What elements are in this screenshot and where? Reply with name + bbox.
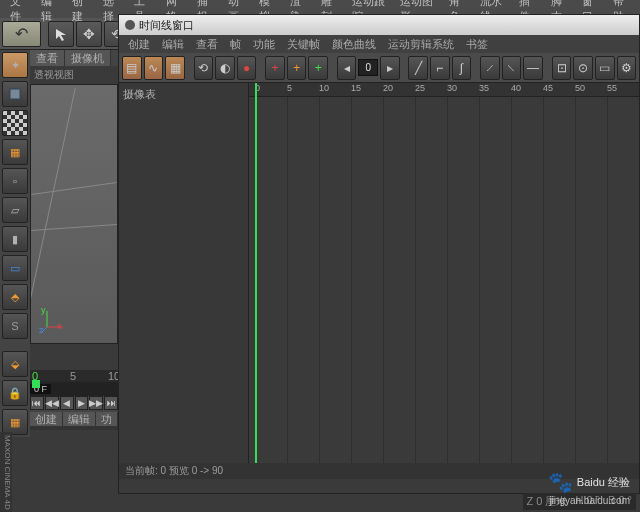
curve-linear-button[interactable]: ╱ (408, 56, 428, 80)
timeline-track-area[interactable]: 0 5 10 15 20 25 30 35 40 45 50 55 (249, 83, 639, 463)
motion-mode-button[interactable]: ▦ (165, 56, 185, 80)
playback-controls: ⏮ ◀◀ ◀ ▶ ▶▶ ⏭ (30, 396, 118, 412)
curve-spline-button[interactable]: ∫ (452, 56, 472, 80)
timeline-grid (249, 97, 639, 463)
viewport-tabs[interactable]: 查看 摄像机 (30, 50, 118, 66)
workplane-button[interactable]: ▦ (2, 139, 28, 165)
track-label: 摄像表 (123, 87, 244, 102)
filter-button[interactable]: ⚙ (617, 56, 637, 80)
record-button[interactable]: ● (237, 56, 257, 80)
dopesheet-mode-button[interactable]: ▤ (122, 56, 142, 80)
svg-line-3 (41, 327, 47, 333)
next-key-button[interactable]: ▶▶ (89, 396, 103, 410)
tl-menu-fcurve[interactable]: 颜色曲线 (327, 37, 381, 52)
zoom-sel-button[interactable]: ⊙ (573, 56, 593, 80)
tl-menu-key[interactable]: 关键帧 (282, 37, 325, 52)
window-icon (125, 20, 135, 30)
play-forward-button[interactable]: ▶ (75, 396, 89, 410)
tab-edit[interactable]: 编辑 (63, 412, 96, 426)
paw-icon: 🐾 (548, 470, 573, 494)
link-view-button[interactable]: ⟲ (194, 56, 214, 80)
timeline-playhead[interactable] (255, 83, 257, 463)
tl-menu-bookmark[interactable]: 书签 (461, 37, 493, 52)
key-pos-button[interactable]: + (265, 56, 285, 80)
frame-number[interactable]: 0 (358, 59, 378, 76)
move-tool-button[interactable]: ✥ (76, 21, 102, 47)
edge-mode-button[interactable]: ▱ (2, 197, 28, 223)
key-rot-button[interactable]: + (308, 56, 328, 80)
tl-menu-func[interactable]: 功能 (248, 37, 280, 52)
magnet-button[interactable]: ⬙ (2, 351, 28, 377)
bottom-timeline: 0 5 10 0 F ⏮ ◀◀ ◀ ▶ ▶▶ ⏭ 创建 编辑 功 (30, 370, 118, 430)
prev-key-button[interactable]: ◀◀ (45, 396, 59, 410)
watermark: 🐾 Baidu 经验 (548, 470, 630, 494)
tl-menu-frame[interactable]: 帧 (225, 37, 246, 52)
perspective-viewport[interactable]: y x z (30, 84, 118, 344)
playhead-marker[interactable] (32, 380, 40, 388)
tl-menu-create[interactable]: 创建 (123, 37, 155, 52)
point-mode-button[interactable]: ▫ (2, 168, 28, 194)
timeline-toolbar: ▤ ∿ ▦ ⟲ ◐ ● + + + ◂ 0 ▸ ╱ ⌐ ∫ ⟋ ⟍ — ⊡ ⊙ … (119, 53, 639, 83)
curve-step-button[interactable]: ⌐ (430, 56, 450, 80)
window-titlebar[interactable]: 时间线窗口 (119, 15, 639, 35)
tangent-break-button[interactable]: ⟍ (502, 56, 522, 80)
watermark-url: jingyan.baidu.com (549, 495, 630, 506)
tangent-auto-button[interactable]: ⟋ (480, 56, 500, 80)
frame-ruler[interactable]: 0 5 10 (30, 370, 118, 382)
snap-button[interactable]: S (2, 313, 28, 339)
viewport-panel: 查看 摄像机 透视视图 y x z (30, 50, 118, 370)
tab-create[interactable]: 创建 (30, 412, 63, 426)
texture-mode-button[interactable] (2, 110, 28, 136)
window-title: 时间线窗口 (139, 18, 194, 33)
axis-mode-button[interactable]: ⬘ (2, 284, 28, 310)
tl-menu-motion[interactable]: 运动剪辑系统 (383, 37, 459, 52)
tab-view[interactable]: 查看 (30, 50, 65, 66)
goto-start-button[interactable]: ⏮ (30, 396, 44, 410)
svg-rect-0 (10, 89, 20, 99)
zoom-fit-button[interactable]: ⊡ (552, 56, 572, 80)
region-button[interactable]: ▭ (595, 56, 615, 80)
goto-end-button[interactable]: ⏭ (104, 396, 118, 410)
play-back-button[interactable]: ◀ (60, 396, 74, 410)
tl-menu-view[interactable]: 查看 (191, 37, 223, 52)
object-manager-tabs[interactable]: 创建 编辑 功 (30, 412, 118, 426)
tl-menu-edit[interactable]: 编辑 (157, 37, 189, 52)
timeline-menubar[interactable]: 创建 编辑 查看 帧 功能 关键帧 颜色曲线 运动剪辑系统 书签 (119, 35, 639, 53)
tab-camera[interactable]: 摄像机 (65, 50, 111, 66)
left-tool-dock: ✦ ▦ ▫ ▱ ▮ ▭ ⬘ S ⬙ 🔒 ▦ (0, 50, 30, 437)
tangent-flat-button[interactable]: — (523, 56, 543, 80)
timeline-ruler[interactable]: 0 5 10 15 20 25 30 35 40 45 50 55 (249, 83, 639, 97)
tab-func[interactable]: 功 (96, 412, 118, 426)
polygon-mode-button[interactable]: ▮ (2, 226, 28, 252)
uv-mode-button[interactable]: ▭ (2, 255, 28, 281)
undo-button[interactable]: ↶ (2, 21, 41, 47)
timeline-object-list[interactable]: 摄像表 (119, 83, 249, 463)
key-scale-button[interactable]: + (287, 56, 307, 80)
make-editable-button[interactable]: ✦ (2, 52, 28, 78)
model-mode-button[interactable] (2, 81, 28, 107)
frame-prev-button[interactable]: ◂ (337, 56, 357, 80)
select-tool-button[interactable] (48, 21, 74, 47)
frame-next-button[interactable]: ▸ (380, 56, 400, 80)
timeline-window: 时间线窗口 创建 编辑 查看 帧 功能 关键帧 颜色曲线 运动剪辑系统 书签 ▤… (118, 14, 640, 494)
viewport-label: 透视视图 (30, 66, 118, 84)
fcurve-mode-button[interactable]: ∿ (144, 56, 164, 80)
brand-label: MAXON CINEMA 4D (0, 432, 12, 512)
auto-button[interactable]: ◐ (215, 56, 235, 80)
workplane-lock-button[interactable]: 🔒 (2, 380, 28, 406)
axis-gizmo[interactable]: y x z (39, 305, 69, 335)
